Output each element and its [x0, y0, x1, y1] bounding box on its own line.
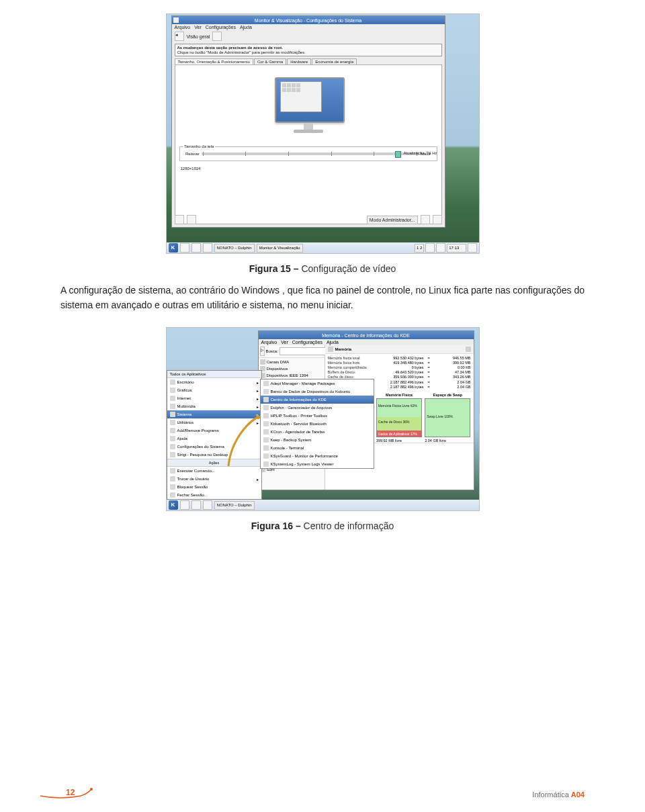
menu-item[interactable]: Configurações [292, 340, 322, 345]
actions-separator: Ações [167, 459, 261, 467]
tab-color[interactable]: Cor & Gamma [254, 58, 286, 64]
menu-item[interactable]: Executar Comando... [167, 467, 261, 475]
menu-item[interactable]: Ajuda [327, 340, 339, 345]
submenu-item[interactable]: Adept Manager - Manage Packages [261, 379, 374, 388]
menu-item[interactable]: Internet▸ [167, 394, 261, 402]
menu-item[interactable]: Arquivo [261, 340, 277, 345]
taskbar-item[interactable]: NONATO – Dolphin [214, 244, 255, 253]
submenu-item[interactable]: HPLIP Toolbox - Printer Toolbox [261, 412, 374, 420]
submenu-item-info-center[interactable]: Centro de Informações do KDE [261, 396, 374, 404]
reset-button[interactable] [433, 215, 442, 224]
sidebar-item[interactable]: Dispositivos [259, 365, 325, 372]
menu-item[interactable]: Escritório▸ [167, 378, 261, 386]
slider-thumb[interactable] [395, 151, 401, 158]
menu-item[interactable]: Ajuda [167, 435, 261, 443]
submenu-item[interactable]: Keep - Backup System [261, 436, 374, 444]
taskbar-item[interactable]: NONATO – Dolphin [214, 501, 255, 510]
menu-item[interactable]: Configurações do Sistema [167, 443, 261, 451]
submenu-item[interactable]: KSysGuard - Monitor de Performance [261, 452, 374, 460]
menu-item[interactable]: Ajuda [240, 25, 252, 30]
submenu-item[interactable]: KSystemLog - System Logs Viewer [261, 460, 374, 468]
menu-item[interactable]: Configurações [206, 25, 236, 30]
menu-item[interactable]: Bloquear Sessão [167, 483, 261, 491]
window-titlebar[interactable]: Monitor & Visualização - Configurações d… [172, 16, 445, 24]
tab-content: Tamanho da tela Relaxar Maior 1280×1024 … [175, 64, 442, 224]
menu-item[interactable]: Gráficos▸ [167, 386, 261, 394]
settings-icon [170, 444, 175, 449]
quicklaunch-icon[interactable] [203, 500, 212, 510]
quicklaunch-icon[interactable] [191, 243, 201, 253]
app-icon [263, 453, 269, 459]
window-title: Monitor & Visualização - Configurações d… [173, 18, 443, 23]
show-desktop-icon[interactable] [180, 243, 189, 253]
footer-label: Informática A04 [532, 791, 585, 799]
menu-item-sistema[interactable]: Sistema▸ [167, 410, 261, 418]
menu-item[interactable]: Trocar de Usuário▸ [167, 475, 261, 483]
mem-label: Memória física livre: [328, 361, 377, 365]
submenu-item[interactable]: Banco de Dados de Dispositivos do Kubunt… [261, 388, 374, 396]
menu-item[interactable]: Ver [194, 25, 202, 30]
display-settings-window: Monitor & Visualização - Configurações d… [171, 15, 445, 228]
overview-label[interactable]: Visão geral [187, 34, 210, 39]
kmenu-icon[interactable] [169, 243, 178, 253]
tab-hardware[interactable]: Hardware [287, 58, 311, 64]
figure-2-caption: Figura 16 – Centro de informação [60, 521, 585, 531]
submenu-item[interactable]: Konsole - Terminal [261, 444, 374, 452]
back-button[interactable]: ◂ [175, 32, 184, 41]
tray-icon[interactable] [425, 243, 435, 253]
taskbar-item[interactable]: Monitor & Visualização [257, 244, 303, 253]
submenu-item[interactable]: Kbluetooth - Servidor Bluetooth [261, 420, 374, 428]
help-icon [170, 436, 175, 441]
fieldset-legend: Tamanho da tela [183, 144, 215, 148]
refresh-rate-label: Atualização: 76 Hz [403, 151, 437, 155]
app-icon [263, 381, 269, 386]
logout-icon [170, 492, 175, 498]
window-titlebar[interactable]: Memória - Centro de Informações do KDE [259, 331, 474, 339]
show-desktop-icon[interactable] [180, 500, 189, 510]
sidebar-item[interactable]: Canais DMA [259, 359, 325, 365]
defaults-button[interactable] [187, 215, 196, 224]
clear-icon[interactable]: ▷ [260, 347, 265, 356]
admin-mode-button[interactable]: Modo Administrador... [367, 216, 418, 224]
menu-item[interactable]: Multimídia▸ [167, 402, 261, 410]
app-icon [263, 413, 269, 418]
tab-size[interactable]: Tamanho, Orientação & Posicionamento [175, 58, 253, 64]
apply-button[interactable] [421, 215, 430, 224]
submenu-item[interactable]: KCron - Agendador de Tarefas [261, 428, 374, 436]
page-number-badge: 12 [60, 784, 91, 799]
clock-time: 17:13 [449, 244, 464, 252]
quicklaunch-icon[interactable] [191, 500, 201, 510]
submenu-item[interactable]: Dolphin - Gerenciador de Arquivos [261, 404, 374, 412]
kmenu-icon[interactable] [169, 500, 178, 510]
reload-icon[interactable] [466, 347, 471, 352]
menu-item[interactable]: Add/Remove Programs [167, 426, 261, 435]
folder-icon [170, 388, 175, 393]
screen-size-fieldset: Tamanho da tela Relaxar Maior [179, 144, 437, 161]
resolution-slider[interactable] [202, 152, 419, 155]
menu-item[interactable]: Arquivo [175, 25, 191, 30]
quicklaunch-icon[interactable] [203, 243, 212, 253]
tray-icon[interactable] [436, 243, 445, 253]
tab-power[interactable]: Economia de energia [312, 58, 357, 64]
pager[interactable]: 1 2 [415, 244, 424, 253]
app-icon [263, 461, 269, 467]
monitor-base [294, 130, 323, 133]
menu-item[interactable]: Strigi - Pesquisa no Desktop [167, 451, 261, 459]
help-button[interactable] [175, 215, 184, 224]
menu-item[interactable]: Utilitários▸ [167, 418, 261, 426]
bar-physical: Memória Física Livre 42% Cache de Disco … [376, 398, 422, 437]
menu-bar: Arquivo Ver Configurações Ajuda [172, 24, 445, 30]
warning-line-2: Clique no botão "Modo de Administrador" … [177, 50, 439, 55]
used-segment: Dados de Aplicativos 17% [377, 431, 421, 437]
menu-item[interactable]: Ver [281, 340, 288, 345]
trash-icon[interactable] [468, 243, 477, 253]
app-icon [263, 445, 269, 451]
sidebar-item[interactable]: Dispositivos IEEE 1394 [259, 372, 325, 379]
menu-item[interactable]: Fechar Sessão... [167, 491, 261, 499]
config-icon[interactable] [212, 32, 222, 41]
figure-1: Monitor & Visualização - Configurações d… [166, 13, 480, 254]
clock[interactable]: 17:13 12.8.2008 [447, 244, 466, 253]
monitor-stand [304, 123, 313, 130]
run-icon [170, 468, 175, 473]
svg-point-0 [90, 788, 93, 791]
